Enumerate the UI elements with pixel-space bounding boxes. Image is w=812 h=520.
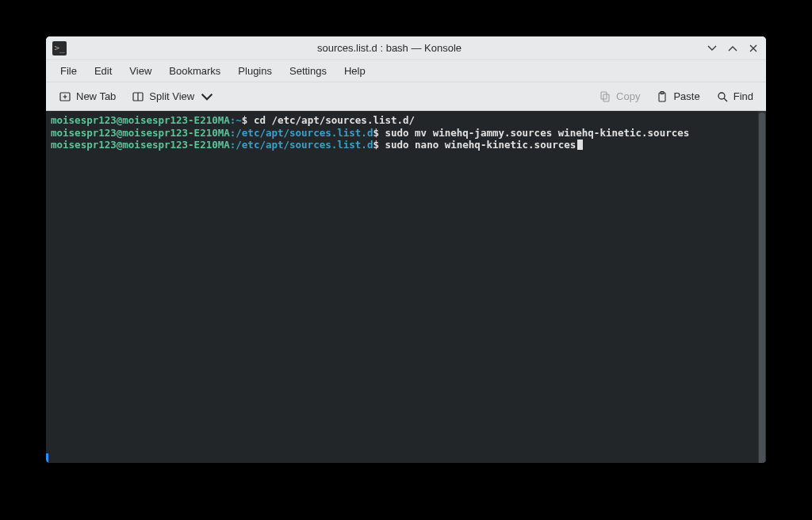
maximize-button[interactable] <box>726 42 739 55</box>
copy-label: Copy <box>616 90 640 102</box>
terminal[interactable]: moisespr123@moisespr123-E210MA:~$ cd /et… <box>46 111 758 463</box>
paste-button[interactable]: Paste <box>649 87 706 106</box>
new-tab-icon <box>59 90 71 103</box>
close-icon <box>749 44 758 53</box>
chevron-down-icon <box>201 90 213 103</box>
minimize-button[interactable] <box>706 42 718 55</box>
terminal-cursor <box>577 140 583 150</box>
titlebar: >_ sources.list.d : bash — Konsole <box>46 36 766 60</box>
terminal-line: moisespr123@moisespr123-E210MA:~$ cd /et… <box>51 114 753 127</box>
find-label: Find <box>733 90 753 102</box>
svg-point-9 <box>718 93 725 99</box>
menu-plugins[interactable]: Plugins <box>230 63 280 79</box>
scrollbar[interactable] <box>758 111 766 463</box>
menu-view[interactable]: View <box>121 63 159 79</box>
scrollbar-thumb[interactable] <box>759 113 765 463</box>
window-title: sources.list.d : bash — Konsole <box>73 42 706 54</box>
svg-line-10 <box>724 98 727 101</box>
find-icon <box>716 90 729 103</box>
menu-file[interactable]: File <box>52 63 85 79</box>
menu-help[interactable]: Help <box>336 63 373 79</box>
window-controls <box>706 42 760 55</box>
copy-button[interactable]: Copy <box>592 87 646 106</box>
paste-icon <box>656 90 668 103</box>
terminal-area: moisespr123@moisespr123-E210MA:~$ cd /et… <box>46 111 766 463</box>
menu-bookmarks[interactable]: Bookmarks <box>161 63 228 79</box>
terminal-line: moisespr123@moisespr123-E210MA:/etc/apt/… <box>51 127 753 140</box>
split-view-icon <box>132 90 144 103</box>
chevron-down-icon <box>707 44 717 53</box>
paste-label: Paste <box>673 90 699 102</box>
split-view-label: Split View <box>149 90 194 102</box>
copy-icon <box>599 90 611 103</box>
menubar: File Edit View Bookmarks Plugins Setting… <box>46 60 766 82</box>
chevron-up-icon <box>728 44 737 53</box>
new-tab-button[interactable]: New Tab <box>52 87 122 106</box>
new-tab-label: New Tab <box>76 90 116 102</box>
app-icon: >_ <box>52 41 67 55</box>
active-tab-indicator <box>46 453 48 463</box>
terminal-line: moisespr123@moisespr123-E210MA:/etc/apt/… <box>51 139 753 151</box>
close-button[interactable] <box>747 42 760 55</box>
menu-edit[interactable]: Edit <box>86 63 120 79</box>
menu-settings[interactable]: Settings <box>282 63 335 79</box>
toolbar: New Tab Split View Copy Paste Find <box>46 82 766 111</box>
konsole-window: >_ sources.list.d : bash — Konsole File … <box>46 36 766 463</box>
find-button[interactable]: Find <box>710 87 760 106</box>
split-view-button[interactable]: Split View <box>125 87 220 106</box>
